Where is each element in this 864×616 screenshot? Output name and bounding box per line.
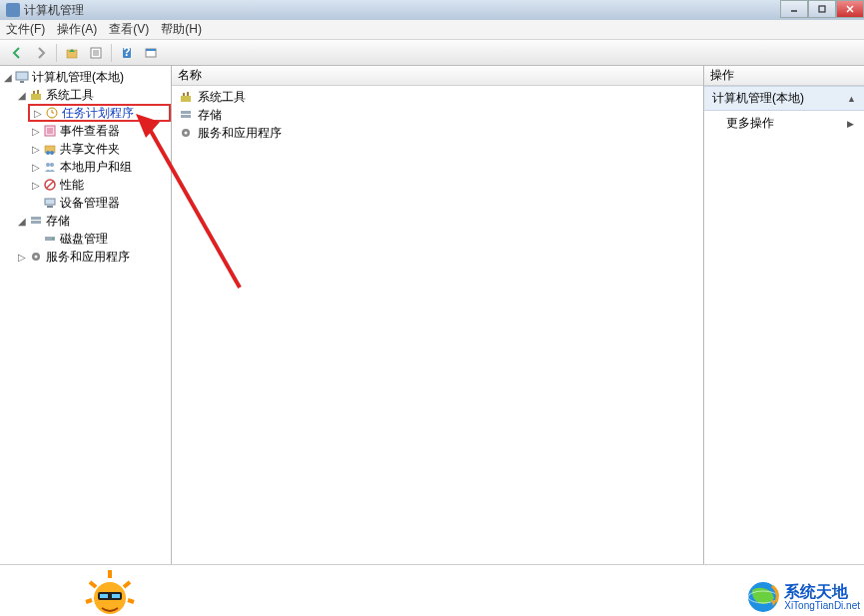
tree-root[interactable]: ◢ 计算机管理(本地) bbox=[0, 68, 171, 86]
refresh-button[interactable] bbox=[140, 43, 162, 63]
actions-more-label: 更多操作 bbox=[726, 115, 774, 132]
storage-icon bbox=[178, 107, 194, 123]
svg-rect-31 bbox=[47, 206, 53, 208]
list-item-storage[interactable]: 存储 bbox=[178, 106, 697, 124]
svg-point-27 bbox=[50, 163, 54, 167]
actions-more[interactable]: 更多操作 ▶ bbox=[704, 111, 864, 136]
expand-icon[interactable]: ▷ bbox=[32, 108, 44, 119]
actions-header: 操作 bbox=[704, 66, 864, 86]
tree-services-apps-label: 服务和应用程序 bbox=[46, 249, 130, 266]
minimize-button[interactable] bbox=[780, 0, 808, 18]
list-header-name: 名称 bbox=[178, 67, 202, 84]
users-icon bbox=[42, 159, 58, 175]
list-item-label: 服务和应用程序 bbox=[198, 125, 282, 142]
list-panel: 名称 系统工具 存储 服务和应用程序 bbox=[172, 66, 704, 564]
clock-icon bbox=[44, 105, 60, 121]
collapse-icon[interactable]: ◢ bbox=[16, 90, 28, 101]
tree-disk-mgmt-label: 磁盘管理 bbox=[60, 231, 108, 248]
tree-shared-folders[interactable]: ▷ 共享文件夹 bbox=[28, 140, 171, 158]
svg-rect-33 bbox=[31, 221, 41, 224]
window-title: 计算机管理 bbox=[24, 2, 84, 19]
tree-device-manager[interactable]: 设备管理器 bbox=[28, 194, 171, 212]
svg-text:?: ? bbox=[123, 46, 130, 59]
svg-point-37 bbox=[35, 256, 38, 259]
tree-disk-mgmt[interactable]: 磁盘管理 bbox=[28, 230, 171, 248]
expand-icon[interactable]: ▷ bbox=[30, 180, 42, 191]
svg-rect-13 bbox=[16, 72, 28, 80]
collapse-icon[interactable]: ◢ bbox=[16, 216, 28, 227]
back-button[interactable] bbox=[6, 43, 28, 63]
sun-watermark-icon bbox=[80, 564, 140, 616]
menu-action[interactable]: 操作(A) bbox=[57, 21, 97, 38]
computer-icon bbox=[14, 69, 30, 85]
svg-line-50 bbox=[128, 600, 134, 602]
svg-rect-15 bbox=[31, 94, 41, 100]
actions-section[interactable]: 计算机管理(本地) ▲ bbox=[704, 86, 864, 111]
toolbar-separator bbox=[56, 44, 57, 62]
actions-panel: 操作 计算机管理(本地) ▲ 更多操作 ▶ bbox=[704, 66, 864, 564]
forward-button[interactable] bbox=[30, 43, 52, 63]
svg-rect-14 bbox=[20, 81, 24, 83]
expand-icon[interactable]: ▷ bbox=[16, 252, 28, 263]
expand-icon[interactable]: ▷ bbox=[30, 144, 42, 155]
svg-line-48 bbox=[124, 582, 130, 587]
tools-icon bbox=[178, 89, 194, 105]
menu-file[interactable]: 文件(F) bbox=[6, 21, 45, 38]
toolbar-separator bbox=[111, 44, 112, 62]
tree-system-tools-label: 系统工具 bbox=[46, 87, 94, 104]
titlebar: 计算机管理 bbox=[0, 0, 864, 20]
performance-icon bbox=[42, 177, 58, 193]
tree-event-viewer-label: 事件查看器 bbox=[60, 123, 120, 140]
up-button[interactable] bbox=[61, 43, 83, 63]
collapse-icon[interactable]: ◢ bbox=[2, 72, 14, 83]
maximize-button[interactable] bbox=[808, 0, 836, 18]
menu-view[interactable]: 查看(V) bbox=[109, 21, 149, 38]
list-body: 系统工具 存储 服务和应用程序 bbox=[172, 86, 703, 144]
properties-button[interactable] bbox=[85, 43, 107, 63]
collapse-icon[interactable]: ▲ bbox=[847, 94, 856, 104]
expand-icon[interactable]: ▷ bbox=[30, 162, 42, 173]
tree-performance[interactable]: ▷ 性能 bbox=[28, 176, 171, 194]
svg-point-35 bbox=[52, 238, 54, 240]
services-icon bbox=[178, 125, 194, 141]
svg-rect-30 bbox=[45, 199, 55, 205]
list-item-services[interactable]: 服务和应用程序 bbox=[178, 124, 697, 142]
svg-rect-52 bbox=[100, 594, 108, 598]
toolbar: ? bbox=[0, 40, 864, 66]
svg-line-47 bbox=[90, 582, 96, 587]
svg-rect-1 bbox=[819, 6, 825, 12]
menubar: 文件(F) 操作(A) 查看(V) 帮助(H) bbox=[0, 20, 864, 40]
tree-storage-label: 存储 bbox=[46, 213, 70, 230]
tree-system-tools[interactable]: ◢ 系统工具 bbox=[14, 86, 171, 104]
svg-rect-40 bbox=[181, 115, 191, 118]
tree-services-apps[interactable]: ▷ 服务和应用程序 bbox=[14, 248, 171, 266]
tree-local-users-label: 本地用户和组 bbox=[60, 159, 132, 176]
list-header[interactable]: 名称 bbox=[172, 66, 703, 86]
expand-icon[interactable]: ▷ bbox=[30, 126, 42, 137]
tree-storage[interactable]: ◢ 存储 bbox=[14, 212, 171, 230]
tree-local-users[interactable]: ▷ 本地用户和组 bbox=[28, 158, 171, 176]
svg-line-49 bbox=[86, 600, 92, 602]
tree-event-viewer[interactable]: ▷ 事件查看器 bbox=[28, 122, 171, 140]
globe-icon bbox=[746, 580, 780, 614]
close-button[interactable] bbox=[836, 0, 864, 18]
actions-header-label: 操作 bbox=[710, 67, 734, 84]
svg-point-26 bbox=[46, 163, 50, 167]
svg-rect-39 bbox=[181, 111, 191, 114]
menu-help[interactable]: 帮助(H) bbox=[161, 21, 202, 38]
services-icon bbox=[28, 249, 44, 265]
brand-watermark: 系统天地 XiTongTianDi.net bbox=[746, 580, 860, 614]
svg-rect-12 bbox=[146, 49, 156, 51]
list-item-system-tools[interactable]: 系统工具 bbox=[178, 88, 697, 106]
tree-shared-folders-label: 共享文件夹 bbox=[60, 141, 120, 158]
app-icon bbox=[6, 3, 20, 17]
disk-icon bbox=[42, 231, 58, 247]
chevron-right-icon: ▶ bbox=[847, 119, 854, 129]
svg-point-25 bbox=[50, 151, 54, 155]
help-button[interactable]: ? bbox=[116, 43, 138, 63]
tree-root-label: 计算机管理(本地) bbox=[32, 69, 124, 86]
tree-performance-label: 性能 bbox=[60, 177, 84, 194]
window-buttons bbox=[780, 0, 864, 18]
tree-task-scheduler[interactable]: ▷ 任务计划程序 bbox=[28, 104, 171, 122]
storage-icon bbox=[28, 213, 44, 229]
